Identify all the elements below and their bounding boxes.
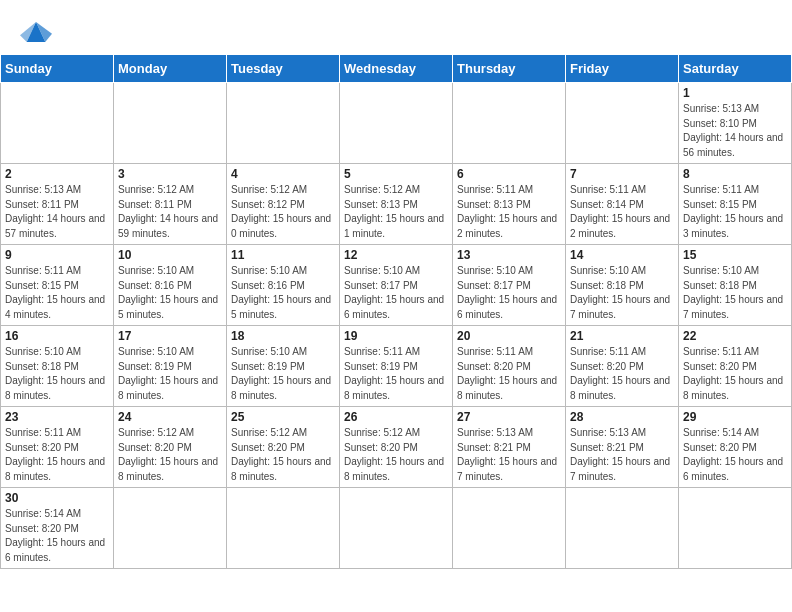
calendar-cell: 7Sunrise: 5:11 AM Sunset: 8:14 PM Daylig… — [566, 164, 679, 245]
day-number: 17 — [118, 329, 222, 343]
day-number: 28 — [570, 410, 674, 424]
calendar-cell — [566, 83, 679, 164]
calendar-cell: 18Sunrise: 5:10 AM Sunset: 8:19 PM Dayli… — [227, 326, 340, 407]
day-info: Sunrise: 5:11 AM Sunset: 8:20 PM Dayligh… — [570, 345, 674, 403]
calendar-cell: 1Sunrise: 5:13 AM Sunset: 8:10 PM Daylig… — [679, 83, 792, 164]
day-number: 22 — [683, 329, 787, 343]
day-number: 30 — [5, 491, 109, 505]
day-number: 29 — [683, 410, 787, 424]
day-number: 12 — [344, 248, 448, 262]
day-info: Sunrise: 5:11 AM Sunset: 8:20 PM Dayligh… — [5, 426, 109, 484]
day-number: 11 — [231, 248, 335, 262]
calendar-cell — [453, 488, 566, 569]
day-info: Sunrise: 5:12 AM Sunset: 8:13 PM Dayligh… — [344, 183, 448, 241]
weekday-header-wednesday: Wednesday — [340, 55, 453, 83]
weekday-header-friday: Friday — [566, 55, 679, 83]
header — [0, 0, 792, 54]
day-info: Sunrise: 5:11 AM Sunset: 8:15 PM Dayligh… — [5, 264, 109, 322]
calendar-cell: 4Sunrise: 5:12 AM Sunset: 8:12 PM Daylig… — [227, 164, 340, 245]
calendar-cell: 24Sunrise: 5:12 AM Sunset: 8:20 PM Dayli… — [114, 407, 227, 488]
day-info: Sunrise: 5:11 AM Sunset: 8:20 PM Dayligh… — [457, 345, 561, 403]
weekday-header-tuesday: Tuesday — [227, 55, 340, 83]
day-info: Sunrise: 5:11 AM Sunset: 8:20 PM Dayligh… — [683, 345, 787, 403]
calendar-cell — [566, 488, 679, 569]
day-number: 6 — [457, 167, 561, 181]
day-info: Sunrise: 5:10 AM Sunset: 8:18 PM Dayligh… — [570, 264, 674, 322]
calendar-cell — [114, 488, 227, 569]
day-info: Sunrise: 5:12 AM Sunset: 8:20 PM Dayligh… — [344, 426, 448, 484]
day-number: 27 — [457, 410, 561, 424]
calendar-cell: 26Sunrise: 5:12 AM Sunset: 8:20 PM Dayli… — [340, 407, 453, 488]
day-number: 14 — [570, 248, 674, 262]
calendar-cell: 29Sunrise: 5:14 AM Sunset: 8:20 PM Dayli… — [679, 407, 792, 488]
calendar-cell: 3Sunrise: 5:12 AM Sunset: 8:11 PM Daylig… — [114, 164, 227, 245]
day-info: Sunrise: 5:11 AM Sunset: 8:13 PM Dayligh… — [457, 183, 561, 241]
weekday-header-sunday: Sunday — [1, 55, 114, 83]
day-number: 5 — [344, 167, 448, 181]
day-number: 1 — [683, 86, 787, 100]
calendar: SundayMondayTuesdayWednesdayThursdayFrid… — [0, 54, 792, 569]
day-info: Sunrise: 5:13 AM Sunset: 8:21 PM Dayligh… — [570, 426, 674, 484]
calendar-cell: 17Sunrise: 5:10 AM Sunset: 8:19 PM Dayli… — [114, 326, 227, 407]
day-info: Sunrise: 5:11 AM Sunset: 8:14 PM Dayligh… — [570, 183, 674, 241]
calendar-cell: 28Sunrise: 5:13 AM Sunset: 8:21 PM Dayli… — [566, 407, 679, 488]
calendar-cell: 14Sunrise: 5:10 AM Sunset: 8:18 PM Dayli… — [566, 245, 679, 326]
day-number: 9 — [5, 248, 109, 262]
calendar-cell — [227, 488, 340, 569]
calendar-cell — [679, 488, 792, 569]
calendar-cell: 8Sunrise: 5:11 AM Sunset: 8:15 PM Daylig… — [679, 164, 792, 245]
calendar-cell — [453, 83, 566, 164]
weekday-header-saturday: Saturday — [679, 55, 792, 83]
day-info: Sunrise: 5:12 AM Sunset: 8:12 PM Dayligh… — [231, 183, 335, 241]
calendar-cell: 23Sunrise: 5:11 AM Sunset: 8:20 PM Dayli… — [1, 407, 114, 488]
day-info: Sunrise: 5:10 AM Sunset: 8:17 PM Dayligh… — [344, 264, 448, 322]
calendar-cell: 13Sunrise: 5:10 AM Sunset: 8:17 PM Dayli… — [453, 245, 566, 326]
calendar-cell: 22Sunrise: 5:11 AM Sunset: 8:20 PM Dayli… — [679, 326, 792, 407]
day-number: 24 — [118, 410, 222, 424]
day-info: Sunrise: 5:10 AM Sunset: 8:17 PM Dayligh… — [457, 264, 561, 322]
day-info: Sunrise: 5:14 AM Sunset: 8:20 PM Dayligh… — [683, 426, 787, 484]
day-info: Sunrise: 5:10 AM Sunset: 8:19 PM Dayligh… — [118, 345, 222, 403]
weekday-header-monday: Monday — [114, 55, 227, 83]
day-info: Sunrise: 5:10 AM Sunset: 8:19 PM Dayligh… — [231, 345, 335, 403]
calendar-cell: 27Sunrise: 5:13 AM Sunset: 8:21 PM Dayli… — [453, 407, 566, 488]
calendar-cell: 5Sunrise: 5:12 AM Sunset: 8:13 PM Daylig… — [340, 164, 453, 245]
day-number: 23 — [5, 410, 109, 424]
calendar-cell: 19Sunrise: 5:11 AM Sunset: 8:19 PM Dayli… — [340, 326, 453, 407]
calendar-cell: 21Sunrise: 5:11 AM Sunset: 8:20 PM Dayli… — [566, 326, 679, 407]
day-number: 2 — [5, 167, 109, 181]
calendar-cell: 30Sunrise: 5:14 AM Sunset: 8:20 PM Dayli… — [1, 488, 114, 569]
calendar-cell — [340, 83, 453, 164]
day-number: 3 — [118, 167, 222, 181]
weekday-header-thursday: Thursday — [453, 55, 566, 83]
day-info: Sunrise: 5:10 AM Sunset: 8:18 PM Dayligh… — [683, 264, 787, 322]
calendar-cell: 2Sunrise: 5:13 AM Sunset: 8:11 PM Daylig… — [1, 164, 114, 245]
day-info: Sunrise: 5:10 AM Sunset: 8:16 PM Dayligh… — [231, 264, 335, 322]
day-info: Sunrise: 5:11 AM Sunset: 8:19 PM Dayligh… — [344, 345, 448, 403]
day-number: 18 — [231, 329, 335, 343]
day-number: 21 — [570, 329, 674, 343]
day-info: Sunrise: 5:13 AM Sunset: 8:11 PM Dayligh… — [5, 183, 109, 241]
calendar-cell: 25Sunrise: 5:12 AM Sunset: 8:20 PM Dayli… — [227, 407, 340, 488]
calendar-cell: 6Sunrise: 5:11 AM Sunset: 8:13 PM Daylig… — [453, 164, 566, 245]
day-info: Sunrise: 5:13 AM Sunset: 8:10 PM Dayligh… — [683, 102, 787, 160]
day-number: 8 — [683, 167, 787, 181]
day-number: 10 — [118, 248, 222, 262]
calendar-cell: 15Sunrise: 5:10 AM Sunset: 8:18 PM Dayli… — [679, 245, 792, 326]
day-number: 20 — [457, 329, 561, 343]
day-info: Sunrise: 5:13 AM Sunset: 8:21 PM Dayligh… — [457, 426, 561, 484]
day-info: Sunrise: 5:12 AM Sunset: 8:11 PM Dayligh… — [118, 183, 222, 241]
calendar-cell: 20Sunrise: 5:11 AM Sunset: 8:20 PM Dayli… — [453, 326, 566, 407]
day-number: 4 — [231, 167, 335, 181]
logo — [20, 18, 58, 46]
day-number: 7 — [570, 167, 674, 181]
calendar-cell: 12Sunrise: 5:10 AM Sunset: 8:17 PM Dayli… — [340, 245, 453, 326]
day-number: 26 — [344, 410, 448, 424]
calendar-cell: 11Sunrise: 5:10 AM Sunset: 8:16 PM Dayli… — [227, 245, 340, 326]
day-info: Sunrise: 5:11 AM Sunset: 8:15 PM Dayligh… — [683, 183, 787, 241]
day-info: Sunrise: 5:12 AM Sunset: 8:20 PM Dayligh… — [118, 426, 222, 484]
day-info: Sunrise: 5:14 AM Sunset: 8:20 PM Dayligh… — [5, 507, 109, 565]
calendar-cell: 9Sunrise: 5:11 AM Sunset: 8:15 PM Daylig… — [1, 245, 114, 326]
calendar-cell — [1, 83, 114, 164]
day-info: Sunrise: 5:10 AM Sunset: 8:18 PM Dayligh… — [5, 345, 109, 403]
